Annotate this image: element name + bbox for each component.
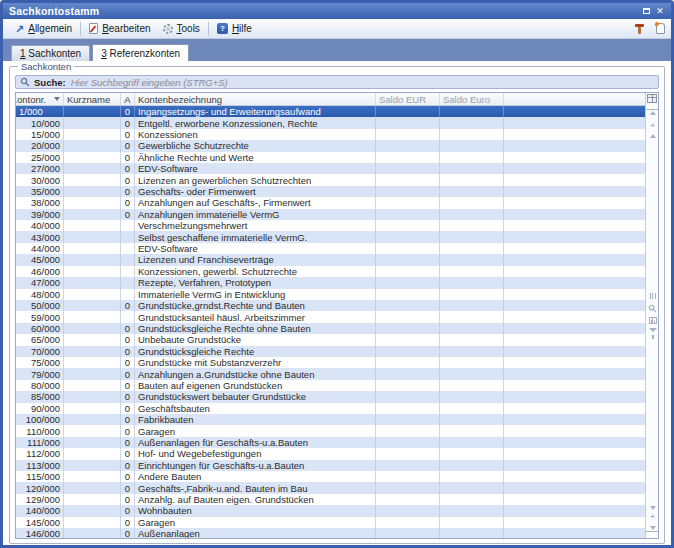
menu-allgemein[interactable]: ↗ Allgemein: [9, 21, 78, 37]
cell-saldo-euro: [440, 357, 504, 368]
table-row[interactable]: 20/000 0 Gewerbliche Schutzrechte: [16, 140, 645, 151]
table-row[interactable]: 27/000 0 EDV-Software: [16, 163, 645, 174]
document-badge-icon: [655, 22, 659, 26]
cell-kontonr: 48/000: [16, 289, 64, 300]
close-button[interactable]: ✕: [653, 5, 667, 17]
new-document-button[interactable]: [656, 23, 665, 34]
table-row[interactable]: 115/000 0 Andere Bauten: [16, 471, 645, 482]
table-row[interactable]: 39/000 0 Anzahlungen immaterielle VermG: [16, 209, 645, 220]
cell-bezeichnung: Grundstücksgleiche Rechte ohne Bauten: [135, 323, 376, 334]
table-row[interactable]: 65/000 0 Unbebaute Grundstücke: [16, 334, 645, 345]
cell-saldo-eur: [376, 505, 440, 516]
tab-referenzkonten[interactable]: 3 Referenzkonten: [92, 44, 189, 61]
table-row[interactable]: 25/000 0 Ähnliche Rechte und Werte: [16, 152, 645, 163]
column-header-kontonr[interactable]: Kontonr.: [16, 93, 64, 105]
tab-sachkonten[interactable]: 1 Sachkonten: [11, 45, 90, 61]
table-row[interactable]: 79/000 0 Anzahlungen a.Grundstücke ohne …: [16, 368, 645, 379]
menu-tools[interactable]: Tools: [157, 21, 206, 37]
cell-kurzname: [64, 186, 121, 197]
resize-columns-icon[interactable]: [646, 293, 659, 299]
table-row[interactable]: 1/000 0 Ingangsetzungs- und Erweiterungs…: [16, 106, 645, 117]
table-row[interactable]: 35/000 0 Geschäfts- oder Firmenwert: [16, 186, 645, 197]
cell-bezeichnung: Grundstücke mit Substanzverzehr: [135, 357, 376, 368]
cell-kurzname: [64, 346, 121, 357]
cell-saldo-euro: [440, 391, 504, 402]
cell-saldo-euro: [440, 106, 504, 117]
table-row[interactable]: 75/000 0 Grundstücke mit Substanzverzehr: [16, 357, 645, 368]
cell-filler: [504, 231, 645, 242]
table-row[interactable]: 146/000 0 Außenanlagen: [16, 528, 645, 538]
menu-bearbeiten[interactable]: Bearbeiten: [83, 21, 156, 37]
cell-saldo-eur: [376, 289, 440, 300]
table-row[interactable]: 15/000 0 Konzessionen: [16, 129, 645, 140]
scroll-marker-add2-icon[interactable]: +: [646, 513, 659, 520]
table-row[interactable]: 120/000 0 Geschäfts-,Fabrik-u.and. Baute…: [16, 482, 645, 493]
table-row[interactable]: 48/000 Immaterielle VermG in Entwicklung: [16, 289, 645, 300]
cell-bezeichnung: Geschäftsbauten: [135, 403, 376, 414]
table-row[interactable]: 60/000 0 Grundstücksgleiche Rechte ohne …: [16, 323, 645, 334]
table-row[interactable]: 38/000 0 Anzahlungen auf Geschäfts-, Fir…: [16, 197, 645, 208]
scroll-to-top-button[interactable]: [646, 109, 659, 115]
cell-filler: [504, 334, 645, 345]
cell-saldo-euro: [440, 425, 504, 436]
cell-bezeichnung: Lizenzen an gewerblichen Schutzrechten: [135, 174, 376, 185]
cell-kontonr: 85/000: [16, 391, 64, 402]
column-header-kurzname[interactable]: Kurzname: [64, 93, 121, 105]
table-row[interactable]: 113/000 0 Einrichtungen für Geschäfts-u.…: [16, 460, 645, 471]
cell-saldo-eur: [376, 209, 440, 220]
table-row[interactable]: 40/000 Verschmelzungsmehrwert: [16, 220, 645, 231]
toolbar-separator: [208, 22, 209, 36]
cell-filler: [504, 152, 645, 163]
scroll-up-button[interactable]: [646, 134, 659, 138]
table-row[interactable]: 129/000 0 Anzahlg. auf Bauten eigen. Gru…: [16, 494, 645, 505]
cell-kontonr: 112/000: [16, 448, 64, 459]
scroll-down-button[interactable]: [646, 506, 659, 510]
table-row[interactable]: 46/000 Konzessionen, gewerbl. Schutzrech…: [16, 266, 645, 277]
table-row[interactable]: 90/000 0 Geschäftsbauten: [16, 403, 645, 414]
table-row[interactable]: 145/000 0 Garagen: [16, 517, 645, 528]
cell-kontonr: 27/000: [16, 163, 64, 174]
table-row[interactable]: 140/000 0 Wohnbauten: [16, 505, 645, 516]
table-row[interactable]: 10/000 0 Entgeltl. erworbene Konzessione…: [16, 117, 645, 128]
column-header-kontenbezeichnung[interactable]: Kontenbezeichnung: [135, 93, 376, 105]
menu-hilfe[interactable]: ? Hilfe: [211, 21, 258, 37]
cell-saldo-eur: [376, 517, 440, 528]
column-chooser-icon[interactable]: [647, 94, 657, 103]
column-header-a[interactable]: A: [121, 93, 135, 105]
table-row[interactable]: 100/000 0 Fabrikbauten: [16, 414, 645, 425]
scroll-marker-add-icon[interactable]: +: [646, 122, 659, 129]
table-row[interactable]: 80/000 0 Bauten auf eigenen Grundstücken: [16, 380, 645, 391]
app-window: Sachkontostamm ✕ ↗ Allgemein Bearbeiten …: [0, 0, 674, 548]
scroll-to-bottom-button[interactable]: [646, 526, 659, 532]
cell-saldo-eur: [376, 129, 440, 140]
table-row[interactable]: 43/000 Selbst geschaffene immaterielle V…: [16, 231, 645, 242]
cell-filler: [504, 357, 645, 368]
filter-tool-icon[interactable]: [646, 328, 659, 332]
table-row[interactable]: 70/000 0 Grundstücksgleiche Rechte: [16, 346, 645, 357]
table-row[interactable]: 110/000 0 Garagen: [16, 425, 645, 436]
grid-scroll-strip[interactable]: + +: [645, 93, 658, 538]
table-row[interactable]: 50/000 0 Grundstücke,grndst.Rechte und B…: [16, 300, 645, 311]
cell-kurzname: [64, 220, 121, 231]
table-row[interactable]: 30/000 0 Lizenzen an gewerblichen Schutz…: [16, 174, 645, 185]
restore-button[interactable]: [639, 5, 653, 17]
search-input[interactable]: [71, 77, 654, 88]
cell-bezeichnung: Immaterielle VermG in Entwicklung: [135, 289, 376, 300]
grid-columns-area: Kontonr. Kurzname A Kontenbezeichnung Sa…: [16, 93, 645, 538]
column-header-saldo-eur[interactable]: Saldo EUR: [376, 93, 440, 105]
cell-kontonr: 75/000: [16, 357, 64, 368]
table-row[interactable]: 45/000 Lizenzen und Franchiseverträge: [16, 254, 645, 265]
table-row[interactable]: 112/000 0 Hof- und Wegebefestigungen: [16, 448, 645, 459]
cell-saldo-eur: [376, 357, 440, 368]
hammer-tool-button[interactable]: [634, 23, 646, 35]
table-row[interactable]: 59/000 Grundstücksanteil häusl. Arbeitsz…: [16, 311, 645, 322]
table-row[interactable]: 85/000 0 Grundstückswert bebauter Grunds…: [16, 391, 645, 402]
table-row[interactable]: 111/000 0 Außenanlagen für Geschäfts-u.a…: [16, 437, 645, 448]
zoom-tool-icon[interactable]: [646, 304, 659, 313]
column-header-saldo-euro[interactable]: Saldo Euro: [440, 93, 504, 105]
cell-kontonr: 1/000: [16, 106, 64, 117]
chart-tool-icon[interactable]: [646, 317, 659, 324]
cell-a: [121, 220, 135, 231]
table-row[interactable]: 44/000 EDV-Software: [16, 243, 645, 254]
table-row[interactable]: 47/000 Rezepte, Verfahren, Prototypen: [16, 277, 645, 288]
